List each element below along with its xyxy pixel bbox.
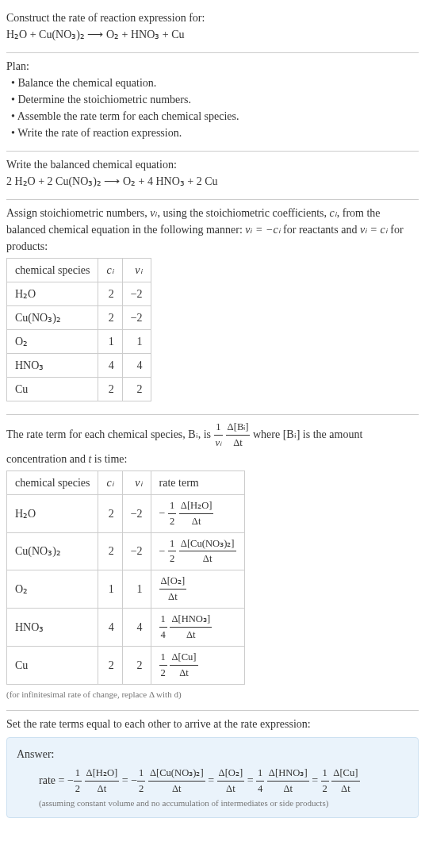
cell-species: Cu(NO₃)₂ xyxy=(7,306,98,330)
fraction: 14 xyxy=(256,766,264,797)
fraction: 12 xyxy=(159,650,167,681)
table-row: H₂O 2 −2 − 12 Δ[H₂O]Δt xyxy=(7,494,245,532)
frac-top: 1 xyxy=(137,766,145,782)
cell-nu: −2 xyxy=(122,532,151,570)
plan-heading: Plan: xyxy=(6,58,419,75)
cell-species: O₂ xyxy=(7,330,98,354)
fraction: Δ[O₂]Δt xyxy=(159,574,187,605)
frac-top: Δ[Bᵢ] xyxy=(226,420,251,436)
fraction: 12 xyxy=(321,766,329,797)
cell-rateterm: 12 Δ[Cu]Δt xyxy=(151,646,244,684)
cell-nu: 4 xyxy=(122,354,151,378)
table-header-row: chemical species cᵢ νᵢ rate term xyxy=(7,470,245,494)
col-nui: νᵢ xyxy=(122,259,151,282)
frac-bot: Δt xyxy=(179,551,236,567)
rateterm-note: (for infinitesimal rate of change, repla… xyxy=(6,688,419,701)
intro-section: Construct the rate of reaction expressio… xyxy=(6,6,419,51)
stoich-heading: Assign stoichiometric numbers, νᵢ, using… xyxy=(6,205,419,255)
equals: = xyxy=(208,774,216,786)
frac-bot: νᵢ xyxy=(214,436,224,451)
fraction: Δ[Bᵢ]Δt xyxy=(226,420,251,451)
fraction: 1νᵢ xyxy=(214,420,224,451)
text: The rate term for each chemical species,… xyxy=(6,428,214,440)
cell-c: 2 xyxy=(98,494,122,532)
plan-item: • Balance the chemical equation. xyxy=(6,75,419,91)
frac-top: Δ[H₂O] xyxy=(179,498,214,514)
fraction: 12 xyxy=(168,498,176,529)
balanced-equation: 2 H₂O + 2 Cu(NO₃)₂ ⟶ O₂ + 4 HNO₃ + 2 Cu xyxy=(6,173,419,190)
fraction: 12 xyxy=(74,766,82,797)
answer-expression: rate = −12 Δ[H₂O]Δt = −12 Δ[Cu(NO₃)₂]Δt … xyxy=(17,766,408,797)
frac-top: 1 xyxy=(321,766,329,782)
cell-nu: −2 xyxy=(122,494,151,532)
answer-note: (assuming constant volume and no accumul… xyxy=(17,797,408,810)
fraction: Δ[HNO₃]Δt xyxy=(267,766,309,797)
frac-top: Δ[H₂O] xyxy=(85,766,120,782)
rateterm-section: The rate term for each chemical species,… xyxy=(6,417,419,709)
cell-rateterm: 14 Δ[HNO₃]Δt xyxy=(151,609,244,647)
relation: νᵢ = −cᵢ xyxy=(245,224,280,236)
frac-bot: Δt xyxy=(148,782,205,797)
cell-nu: 2 xyxy=(122,378,151,401)
fraction: Δ[Cu(NO₃)₂]Δt xyxy=(179,536,236,567)
table-row: Cu(NO₃)₂2−2 xyxy=(7,306,151,330)
relation: νᵢ = cᵢ xyxy=(360,224,388,236)
divider xyxy=(6,414,419,415)
intro-equation: H₂O + Cu(NO₃)₂ ⟶ O₂ + HNO₃ + Cu xyxy=(6,26,419,43)
cell-species: H₂O xyxy=(7,494,98,532)
text: cᵢ xyxy=(106,264,113,276)
stoich-table: chemical species cᵢ νᵢ H₂O2−2 Cu(NO₃)₂2−… xyxy=(6,258,151,401)
text: νᵢ xyxy=(135,264,142,276)
c-i: cᵢ xyxy=(330,207,337,219)
text: is time: xyxy=(91,453,127,465)
cell-species: HNO₃ xyxy=(7,609,98,647)
intro-prompt: Construct the rate of reaction expressio… xyxy=(6,10,419,26)
cell-c: 2 xyxy=(98,532,122,570)
fraction: 14 xyxy=(159,612,167,643)
frac-bot: Δt xyxy=(170,666,197,681)
balanced-heading: Write the balanced chemical equation: xyxy=(6,156,419,173)
cell-c: 1 xyxy=(98,330,122,354)
frac-bot: Δt xyxy=(267,782,309,797)
cell-c: 2 xyxy=(98,282,122,306)
sign: − xyxy=(67,774,74,786)
final-heading: Set the rate terms equal to each other t… xyxy=(6,716,419,732)
frac-top: Δ[Cu(NO₃)₂] xyxy=(179,536,236,552)
frac-top: 1 xyxy=(74,766,82,782)
col-ci: cᵢ xyxy=(98,259,122,282)
frac-top: 1 xyxy=(168,498,176,514)
cell-c: 4 xyxy=(98,354,122,378)
fraction: 12 xyxy=(137,766,145,797)
fraction: Δ[Cu(NO₃)₂]Δt xyxy=(148,766,205,797)
cell-species: Cu xyxy=(7,646,98,684)
cell-rateterm: Δ[O₂]Δt xyxy=(151,570,244,609)
cell-c: 2 xyxy=(98,646,122,684)
fraction: Δ[HNO₃]Δt xyxy=(170,612,212,643)
cell-nu: 2 xyxy=(122,646,151,684)
col-species: chemical species xyxy=(7,259,98,282)
table-row: O₂ 1 1 Δ[O₂]Δt xyxy=(7,570,245,609)
cell-c: 2 xyxy=(98,378,122,401)
fraction: Δ[Cu]Δt xyxy=(331,766,359,797)
frac-bot: Δt xyxy=(217,782,245,797)
divider xyxy=(6,151,419,152)
frac-top: 1 xyxy=(159,612,167,628)
cell-nu: 1 xyxy=(122,330,151,354)
frac-bot: 4 xyxy=(256,782,264,797)
divider xyxy=(6,710,419,711)
cell-species: Cu xyxy=(7,378,98,401)
sign: − xyxy=(159,506,166,518)
frac-top: 1 xyxy=(168,536,176,552)
col-nui: νᵢ xyxy=(122,470,151,494)
table-row: HNO₃44 xyxy=(7,354,151,378)
frac-bot: 2 xyxy=(321,782,329,797)
cell-c: 2 xyxy=(98,306,122,330)
table-row: Cu22 xyxy=(7,378,151,401)
frac-bot: Δt xyxy=(179,514,214,529)
plan-item: • Write the rate of reaction expression. xyxy=(6,125,419,141)
frac-top: Δ[O₂] xyxy=(217,766,245,782)
text: , using the stoichiometric coefficients, xyxy=(157,207,329,219)
fraction: Δ[H₂O]Δt xyxy=(179,498,214,529)
equals: = xyxy=(312,774,320,786)
fraction: Δ[H₂O]Δt xyxy=(85,766,120,797)
